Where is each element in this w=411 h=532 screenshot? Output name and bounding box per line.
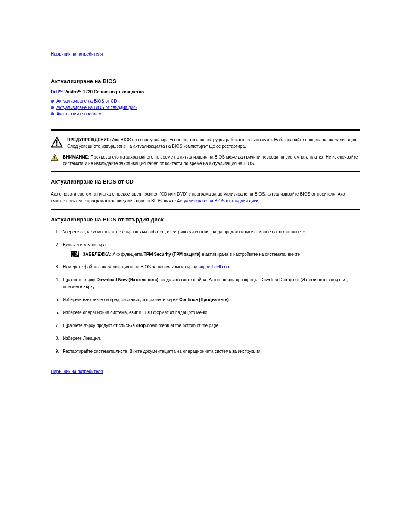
toc-item-2: Актуализиране на BIOS от твърдия диск: [51, 105, 360, 110]
step-4-bold: Download Now (Изтегли сега): [97, 277, 159, 282]
toc-item-1: Актуализиране на BIOS от CD: [51, 99, 360, 103]
bullet-icon: [51, 100, 54, 103]
step-8: Изберете Локация.: [60, 335, 360, 342]
section-heading-cd: Актуализиране на BIOS от CD: [51, 178, 360, 185]
thin-divider: [51, 362, 360, 362]
step-5: Изберете езиковите си предпочитания, и щ…: [60, 296, 360, 303]
svg-rect-1: [56, 140, 58, 144]
note-bold: TPM Security (TPM защита): [144, 252, 201, 257]
step-4: Щракнете върху Download Now (Изтегли сег…: [60, 277, 360, 290]
step-7-bold: drop-: [136, 323, 147, 328]
support-link[interactable]: support.dell.com: [199, 264, 230, 269]
divider: [51, 209, 360, 210]
step-9: Рестартирайте системата листа. Вижте док…: [60, 348, 360, 355]
caution-callout: ВНИМАНИЕ: Прекъсването на захранването п…: [51, 154, 360, 167]
step-2-text: Включете компютъра.: [63, 243, 107, 247]
step-8-text: Изберете Локация.: [63, 336, 101, 341]
step-7-post: down menu at the bottom of the page.: [147, 323, 219, 328]
toc-link-1[interactable]: Актуализиране на BIOS от CD: [56, 99, 117, 103]
bullet-icon: [51, 112, 54, 115]
subtitle-text: Vostro™ 1720 Сервизно ръководство: [64, 90, 144, 94]
toc-list: Актуализиране на BIOS от CD Актуализиран…: [51, 99, 360, 116]
warning-text: ПРЕДУПРЕЖДЕНИЕ: Ако BIOS не се актуализи…: [67, 137, 360, 149]
step-1-text: Уверете се, че компютърът е свързан към …: [63, 230, 306, 234]
svg-rect-2: [56, 144, 58, 146]
step-7-pre: Щракнете върху продукт от списъка: [63, 323, 136, 328]
step-4-pre: Щракнете върху: [63, 277, 97, 282]
step-1: Уверете се, че компютърът е свързан към …: [60, 229, 360, 236]
step-3-post: .: [230, 264, 232, 269]
warning-body: Ако BIOS не се актуализира успешно, това…: [67, 137, 358, 149]
note-body-2: е активирана в настройките на системата,…: [201, 252, 300, 257]
warning-icon: [51, 137, 63, 149]
step-3-pre: Намерете файла с актуализацията на BIOS …: [63, 264, 199, 269]
subtitle: Dell™ Vostro™ 1720 Сервизно ръководство: [51, 90, 360, 94]
warning-callout: ПРЕДУПРЕЖДЕНИЕ: Ако BIOS не се актуализи…: [51, 137, 360, 149]
step-5-text: Изберете езиковите си предпочитания, и щ…: [63, 297, 179, 302]
caution-icon: [51, 154, 59, 162]
caution-lead: ВНИМАНИЕ:: [63, 155, 90, 159]
step-5-bold: Continue (Продължете): [179, 297, 229, 302]
step-3: Намерете файла с актуализацията на BIOS …: [60, 264, 360, 271]
toc-link-3[interactable]: Ако възникне проблем: [56, 112, 102, 116]
svg-rect-4: [54, 156, 55, 159]
note-lead: ЗАБЕЛЕЖКА:: [83, 252, 112, 257]
cd-paragraph: Ако с новата системна платка е предостав…: [51, 191, 360, 205]
step-6: Изберете операционна система, език и HDD…: [60, 309, 360, 316]
note-icon: [71, 251, 79, 257]
cd-inline-link[interactable]: Актуализиране на BIOS от твърдия диск: [177, 199, 258, 203]
step-9-pre: Рестартирайте системата: [63, 349, 116, 354]
step-6-text: Изберете операционна система, език и HDD…: [63, 310, 209, 315]
note-text: ЗАБЕЛЕЖКА: Ако функцията TPM Security (T…: [83, 251, 300, 258]
divider: [51, 171, 360, 172]
bullet-icon: [51, 106, 54, 109]
back-link-bottom[interactable]: Наръчник на потребителя: [51, 369, 103, 374]
note-callout: ЗАБЕЛЕЖКА: Ако функцията TPM Security (T…: [71, 251, 360, 258]
steps-list: Уверете се, че компютърът е свързан към …: [51, 229, 360, 355]
caution-text: ВНИМАНИЕ: Прекъсването на захранването п…: [63, 154, 360, 167]
cd-text-post: .: [258, 199, 259, 203]
brand-mark: Dell™: [51, 90, 63, 94]
divider: [51, 129, 360, 131]
toc-item-3: Ако възникне проблем: [51, 112, 360, 116]
page-title: Актуализиране на BIOS: [51, 78, 360, 84]
warning-lead: ПРЕДУПРЕЖДЕНИЕ:: [67, 137, 111, 142]
step-7: Щракнете върху продукт от списъка drop-d…: [60, 322, 360, 329]
toc-link-2[interactable]: Актуализиране на BIOS от твърдия диск: [56, 105, 137, 110]
step-9-post: листа. Вижте документацията на операцион…: [116, 349, 262, 354]
svg-rect-5: [54, 159, 55, 159]
note-body-1: Ако функцията: [112, 252, 144, 257]
back-link-top[interactable]: Наръчник на потребителя: [51, 52, 360, 56]
step-2: Включете компютъра. ЗАБЕЛЕЖКА: Ако функц…: [60, 242, 360, 258]
section-heading-hdd: Актуализиране на BIOS от твърдия диск: [51, 216, 360, 223]
caution-body: Прекъсването на захранването по време на…: [63, 155, 358, 166]
